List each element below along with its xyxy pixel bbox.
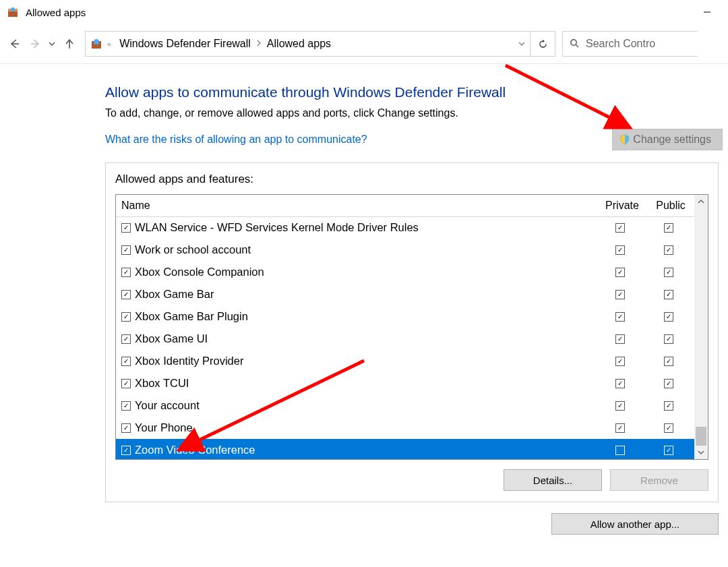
back-button[interactable]: [4, 34, 24, 54]
enable-checkbox[interactable]: [121, 290, 131, 299]
recent-locations-dropdown[interactable]: [46, 34, 58, 54]
private-checkbox[interactable]: [615, 245, 625, 255]
private-checkbox[interactable]: [615, 334, 625, 344]
private-checkbox[interactable]: [615, 379, 625, 388]
allow-another-label: Allow another app...: [590, 518, 680, 530]
table-row[interactable]: Work or school account: [116, 239, 694, 261]
content-area: Allow apps to communicate through Window…: [0, 64, 728, 535]
apps-list[interactable]: Name Private Public WLAN Service - WFD S…: [115, 194, 708, 460]
scroll-up-button[interactable]: [694, 195, 708, 208]
table-row[interactable]: Your Phone: [116, 417, 694, 439]
app-name: Xbox Game Bar: [135, 288, 597, 301]
change-settings-button[interactable]: Change settings: [612, 129, 723, 150]
table-row[interactable]: Xbox Game Bar: [116, 283, 694, 305]
app-name: Your Phone: [135, 421, 597, 434]
enable-checkbox[interactable]: [121, 312, 131, 322]
page-subtext: To add, change, or remove allowed apps a…: [105, 107, 728, 119]
forward-button[interactable]: [26, 34, 46, 54]
app-name: Zoom Video Conference: [135, 444, 597, 456]
enable-checkbox[interactable]: [121, 223, 131, 233]
public-checkbox[interactable]: [664, 312, 673, 322]
page-heading: Allow apps to communicate through Window…: [105, 84, 728, 100]
details-button[interactable]: Details...: [504, 469, 602, 491]
breadcrumb-item-allowed-apps[interactable]: Allowed apps: [263, 32, 335, 56]
public-checkbox[interactable]: [664, 268, 673, 277]
private-checkbox[interactable]: [615, 312, 625, 322]
app-name: Xbox Console Companion: [135, 266, 597, 278]
remove-label: Remove: [640, 475, 678, 486]
minimize-button[interactable]: [692, 2, 723, 22]
table-row[interactable]: Your account: [116, 394, 694, 417]
firewall-icon: [7, 6, 19, 18]
column-name[interactable]: Name: [121, 200, 597, 212]
search-input[interactable]: Search Contro: [562, 31, 698, 57]
enable-checkbox[interactable]: [121, 334, 131, 344]
enable-checkbox[interactable]: [121, 379, 131, 388]
enable-checkbox[interactable]: [121, 423, 131, 433]
chevron-right-icon: [255, 40, 263, 48]
column-public[interactable]: Public: [647, 200, 694, 212]
breadcrumb-overflow[interactable]: «: [103, 40, 115, 48]
private-checkbox[interactable]: [615, 223, 625, 233]
address-bar[interactable]: « Windows Defender Firewall Allowed apps: [85, 31, 555, 57]
enable-checkbox[interactable]: [121, 245, 131, 255]
app-name: Xbox Game UI: [135, 332, 597, 345]
table-row[interactable]: Xbox TCUI: [116, 372, 694, 394]
public-checkbox[interactable]: [664, 334, 673, 344]
private-checkbox[interactable]: [615, 446, 625, 455]
table-row[interactable]: Xbox Game UI: [116, 328, 694, 350]
app-name: Xbox TCUI: [135, 377, 597, 390]
column-private[interactable]: Private: [597, 200, 647, 212]
private-checkbox[interactable]: [615, 357, 625, 366]
app-name: Xbox Game Bar Plugin: [135, 310, 597, 323]
remove-button[interactable]: Remove: [610, 469, 708, 491]
private-checkbox[interactable]: [615, 423, 625, 433]
svg-point-9: [571, 39, 576, 44]
allow-another-app-button[interactable]: Allow another app...: [551, 513, 719, 535]
scroll-down-button[interactable]: [694, 446, 708, 459]
public-checkbox[interactable]: [664, 290, 673, 299]
search-placeholder: Search Contro: [586, 38, 655, 50]
table-row[interactable]: Zoom Video Conference: [116, 439, 694, 459]
svg-point-8: [94, 39, 99, 44]
controlpanel-icon: [90, 37, 103, 51]
svg-point-2: [11, 7, 15, 11]
private-checkbox[interactable]: [615, 401, 625, 411]
details-label: Details...: [533, 475, 572, 486]
table-row[interactable]: Xbox Game Bar Plugin: [116, 305, 694, 328]
public-checkbox[interactable]: [664, 401, 673, 411]
scroll-thumb[interactable]: [696, 427, 706, 446]
allowed-apps-group: Allowed apps and features: Name Private …: [105, 162, 719, 502]
public-checkbox[interactable]: [664, 446, 673, 455]
address-dropdown[interactable]: [514, 32, 530, 56]
refresh-button[interactable]: [530, 32, 555, 56]
app-name: Work or school account: [135, 243, 597, 256]
up-button[interactable]: [59, 34, 80, 54]
search-icon: [570, 38, 579, 50]
breadcrumb-item-firewall[interactable]: Windows Defender Firewall: [115, 32, 255, 56]
enable-checkbox[interactable]: [121, 268, 131, 277]
scroll-track[interactable]: [694, 208, 708, 446]
enable-checkbox[interactable]: [121, 401, 131, 411]
table-row[interactable]: Xbox Identity Provider: [116, 350, 694, 372]
enable-checkbox[interactable]: [121, 357, 131, 366]
table-row[interactable]: WLAN Service - WFD Services Kernel Mode …: [116, 216, 694, 239]
table-row[interactable]: Xbox Console Companion: [116, 261, 694, 283]
app-name: Your account: [135, 399, 597, 412]
group-title: Allowed apps and features:: [115, 173, 708, 186]
svg-line-10: [576, 44, 578, 47]
public-checkbox[interactable]: [664, 223, 673, 233]
title-bar: Allowed apps: [0, 0, 728, 24]
private-checkbox[interactable]: [615, 268, 625, 277]
public-checkbox[interactable]: [664, 423, 673, 433]
enable-checkbox[interactable]: [121, 446, 131, 455]
risks-link[interactable]: What are the risks of allowing an app to…: [105, 133, 367, 146]
app-name: WLAN Service - WFD Services Kernel Mode …: [135, 221, 597, 234]
public-checkbox[interactable]: [664, 245, 673, 255]
public-checkbox[interactable]: [664, 357, 673, 366]
shield-icon: [619, 134, 630, 145]
scrollbar[interactable]: [694, 195, 708, 459]
private-checkbox[interactable]: [615, 290, 625, 299]
public-checkbox[interactable]: [664, 379, 673, 388]
change-settings-label: Change settings: [633, 133, 711, 146]
